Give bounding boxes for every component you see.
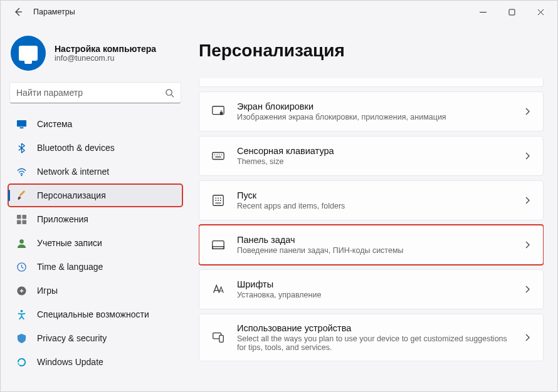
- search-icon: [165, 88, 174, 98]
- card-deviceusage[interactable]: Использование устройства Select all the …: [199, 314, 544, 361]
- sidebar-item-label: Персонализация: [37, 190, 106, 200]
- svg-rect-30: [213, 247, 224, 249]
- monitor-icon: [19, 46, 38, 61]
- sidebar-item-label: Специальные возможности: [37, 309, 149, 319]
- card-title: Панель задач: [237, 235, 512, 245]
- card-title: Пуск: [237, 190, 512, 200]
- deviceusage-icon: [211, 330, 226, 345]
- svg-rect-15: [213, 153, 224, 160]
- globe-clock-icon: [16, 261, 27, 272]
- card-title: Экран блокировки: [237, 101, 512, 111]
- svg-point-18: [219, 154, 219, 155]
- sidebar: Настройка компьютера info@tunecom.ru Най…: [1, 23, 190, 391]
- card-subtitle: Установка, управление: [237, 291, 512, 299]
- maximize-button[interactable]: [497, 2, 526, 22]
- account-block[interactable]: Настройка компьютера info@tunecom.ru: [1, 29, 190, 82]
- svg-rect-6: [22, 214, 26, 219]
- card-subtitle: Изображения экрана блокировки, приложени…: [237, 113, 512, 121]
- sidebar-item-network[interactable]: Network & internet: [8, 160, 182, 183]
- svg-point-24: [220, 197, 221, 199]
- search-input[interactable]: Найти параметр: [9, 82, 181, 103]
- svg-point-12: [20, 309, 23, 312]
- card-title: Сенсорная клавиатура: [237, 146, 512, 156]
- card-taskbar[interactable]: Панель задач Поведение панели задач, ПИН…: [199, 225, 544, 265]
- svg-rect-7: [16, 220, 21, 224]
- update-icon: [16, 356, 27, 368]
- titlebar: Параметры: [1, 1, 557, 23]
- chevron-right-icon: [523, 152, 532, 160]
- card-start[interactable]: Пуск Recent apps and items, folders: [199, 180, 544, 220]
- gaming-icon: [16, 285, 27, 296]
- chevron-right-icon: [523, 285, 532, 294]
- svg-point-1: [166, 89, 172, 95]
- sidebar-item-gaming[interactable]: Игры: [8, 279, 182, 302]
- sidebar-item-accounts[interactable]: Учетные записи: [8, 232, 182, 254]
- system-icon: [16, 118, 27, 130]
- card-subtitle: Recent apps and items, folders: [237, 202, 512, 210]
- sidebar-item-label: Система: [37, 119, 72, 129]
- keyboard-icon: [211, 148, 226, 163]
- card-title: Использование устройства: [237, 323, 512, 333]
- taskbar-icon: [211, 237, 226, 252]
- card-touchkeyboard[interactable]: Сенсорная клавиатура Themes, size: [199, 136, 544, 176]
- page-title: Персонализация: [199, 41, 544, 61]
- sidebar-item-bluetooth[interactable]: Bluetooth & devices: [8, 137, 182, 159]
- svg-point-16: [214, 154, 215, 155]
- avatar: [11, 36, 46, 71]
- sidebar-item-accessibility[interactable]: Специальные возможности: [8, 303, 182, 326]
- svg-rect-8: [22, 220, 26, 224]
- card-fonts[interactable]: Шрифты Установка, управление: [199, 269, 544, 309]
- sidebar-item-label: Учетные записи: [37, 238, 102, 248]
- svg-rect-20: [215, 157, 221, 157]
- sidebar-item-apps[interactable]: Приложения: [8, 208, 182, 230]
- card-partial[interactable]: [199, 78, 544, 87]
- back-button[interactable]: [12, 6, 24, 18]
- chevron-right-icon: [523, 240, 532, 249]
- card-subtitle: Themes, size: [237, 157, 512, 166]
- sidebar-item-label: Игры: [37, 286, 58, 296]
- chevron-right-icon: [523, 196, 532, 205]
- sidebar-item-label: Time & language: [37, 262, 103, 272]
- person-icon: [16, 237, 27, 249]
- bluetooth-icon: [16, 142, 27, 153]
- main-content: Персонализация Экран блокировки Изображе…: [190, 23, 557, 391]
- sidebar-item-label: Privacy & security: [37, 333, 107, 343]
- close-button[interactable]: [526, 2, 555, 22]
- sidebar-item-personalization[interactable]: Персонализация: [8, 184, 182, 207]
- start-icon: [211, 193, 226, 208]
- svg-point-25: [215, 200, 216, 201]
- sidebar-item-label: Network & internet: [37, 167, 109, 177]
- svg-rect-14: [220, 112, 223, 115]
- account-email: info@tunecom.ru: [55, 54, 156, 63]
- chevron-right-icon: [523, 333, 532, 342]
- svg-rect-0: [509, 9, 515, 15]
- brush-icon: [16, 190, 27, 201]
- chevron-right-icon: [523, 107, 532, 116]
- shield-icon: [16, 333, 27, 344]
- card-lockscreen[interactable]: Экран блокировки Изображения экрана блок…: [199, 91, 544, 132]
- accessibility-icon: [16, 309, 27, 320]
- sidebar-item-label: Bluetooth & devices: [37, 143, 115, 153]
- fonts-icon: [211, 282, 226, 297]
- svg-rect-5: [16, 214, 21, 219]
- sidebar-item-system[interactable]: Система: [8, 113, 182, 135]
- window-title: Параметры: [33, 8, 75, 16]
- account-name: Настройка компьютера: [55, 44, 156, 54]
- sidebar-item-privacy[interactable]: Privacy & security: [8, 327, 182, 349]
- sidebar-item-label: Приложения: [37, 214, 88, 224]
- svg-point-9: [19, 239, 24, 244]
- svg-rect-28: [215, 203, 221, 204]
- svg-rect-2: [16, 120, 26, 126]
- svg-rect-3: [19, 127, 23, 128]
- svg-point-17: [216, 154, 217, 155]
- sidebar-item-update[interactable]: Windows Update: [8, 351, 182, 373]
- sidebar-item-label: Windows Update: [37, 357, 103, 367]
- svg-point-22: [215, 197, 216, 199]
- svg-point-23: [218, 197, 219, 199]
- svg-rect-32: [219, 335, 223, 342]
- minimize-button[interactable]: [468, 2, 497, 22]
- search-placeholder: Найти параметр: [16, 88, 165, 98]
- sidebar-item-time[interactable]: Time & language: [8, 255, 182, 278]
- svg-rect-29: [213, 241, 224, 249]
- wifi-icon: [16, 166, 27, 177]
